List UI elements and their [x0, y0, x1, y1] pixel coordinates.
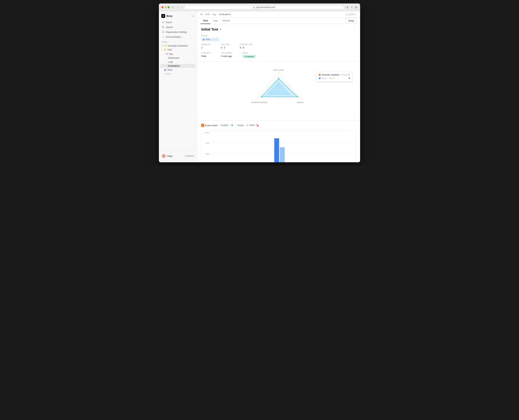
tooltip-row-semantic: Semantic similarity # VFo0D ● [319, 74, 350, 76]
tree-item-logs[interactable]: • Logs [160, 60, 195, 64]
eval-title-text: Initial Test [201, 27, 218, 31]
bookmark-icon[interactable]: 🔖 [256, 124, 259, 127]
sidebar-item-org-settings[interactable]: ⚙ Organization settings [160, 30, 195, 34]
sidebar-nav: ⊞ Home 🔍 Search ⚙ Organization settings … [159, 20, 197, 39]
sidebar-item-search[interactable]: 🔍 Search [160, 25, 195, 30]
close-button[interactable] [161, 6, 163, 8]
dataset-tag[interactable]: ▦ Tests # gsb10 [201, 38, 219, 41]
tabs-bar: Stats Logs Review Setup [197, 17, 360, 24]
breadcrumb-evaluations: Evaluations [219, 13, 231, 16]
feedback-button[interactable]: Feedback [185, 155, 194, 157]
files-section-label: FILES [159, 39, 197, 44]
folder-icon: 📁 [163, 48, 166, 51]
folder-icon: 📁 [164, 45, 167, 47]
lock-icon: 🔒 [253, 7, 255, 8]
tree-item-label: Evaluations [168, 65, 180, 67]
version-hash-tag: # 19ART [219, 124, 230, 127]
bar-chart-inner: 100% 75% 50% 25% 0% [201, 130, 356, 162]
breadcrumb: ⊞ › Scifi › App › Evaluations [200, 13, 231, 16]
sidebar: ⊙ Boxy ⊟ ⊞ Home 🔍 Search ⚙ Organization … [159, 11, 197, 162]
breadcrumb-sep-1: › [203, 13, 204, 16]
created-by-value: Peter [201, 55, 211, 57]
chart-section: Exact match Semantic similarity Latency [197, 61, 360, 120]
sidebar-item-home[interactable]: ⊞ Home [160, 20, 195, 25]
status-badge: Completed [242, 55, 256, 58]
sidebar-item-documentation[interactable]: ↗ Documentation [160, 35, 195, 39]
chevron-down-icon: ▾ [162, 49, 163, 51]
dataset-icon: ▦ [164, 68, 166, 71]
address-bar[interactable]: 🔒 app.humanloop.com [184, 5, 344, 9]
more-options-icon[interactable]: ··· [192, 52, 194, 55]
y-axis-labels: 100% 75% 50% 25% 0% [203, 132, 209, 162]
dataset-hash: # gsb10 [211, 38, 218, 40]
breadcrumb-sep-3: › [217, 13, 218, 16]
sidebar-item-label: Organization settings [166, 31, 187, 33]
bar-2 [280, 147, 285, 162]
evaluator-logs-value: 6 / 6 [240, 46, 252, 49]
active-status-dot [231, 125, 233, 126]
sidebar-toggle-button[interactable]: ⊏ [171, 6, 175, 9]
tooltip-dot-lixgx [319, 77, 320, 79]
tree-item-example-evaluators[interactable]: ▶ 📁 Example Evaluators [160, 44, 195, 48]
tooltip-row-lixgx: #LIxgx Oct 22 4 [319, 77, 350, 80]
new-tab-button[interactable]: + [350, 6, 353, 9]
tree-item-label: App [169, 52, 173, 55]
user-info: P Peter [162, 154, 173, 158]
tree-item-tests[interactable]: ▦ Tests [160, 68, 195, 72]
eval-bottom-header: ⚖ Exact match # 19ART #LIxgx ⎇ 4e96f 🔖 [201, 124, 356, 127]
tree-item-evaluations[interactable]: • Evaluations [160, 64, 195, 68]
app-layout: ⊙ Boxy ⊟ ⊞ Home 🔍 Search ⚙ Organization … [159, 11, 360, 162]
main-content: ⊞ › Scifi › App › Evaluations f1_ZdJKU..… [197, 11, 360, 162]
tab-logs[interactable]: Logs [211, 17, 220, 24]
setup-button[interactable]: Setup [346, 18, 357, 23]
username: Peter [167, 155, 173, 158]
dataset-section: Dataset ▦ Tests # gsb10 [201, 35, 223, 41]
chart-tooltip: Semantic similarity # VFo0D ● #LIxgx Oct… [316, 72, 352, 81]
back-button[interactable]: ‹ [177, 6, 179, 9]
tree-item-dashboard[interactable]: • Dashboard [160, 56, 195, 60]
breadcrumb-scifi[interactable]: Scifi [205, 13, 209, 16]
eval-header-section: Initial Test ✏ Dataset ▦ Tests # gsb10 [197, 24, 360, 61]
created-by-label: Created by [201, 52, 211, 54]
edit-icon[interactable]: ✏ [219, 28, 222, 31]
svg-point-14 [297, 96, 298, 97]
tab-stats[interactable]: Stats [200, 17, 211, 24]
share-button[interactable]: ⬆ [346, 6, 349, 9]
tabs-button[interactable]: ⧉ [355, 6, 358, 9]
version-lixgx-tag: #LIxgx [237, 124, 245, 127]
tooltip-dot-semantic [319, 74, 320, 76]
exact-match-icon: ⚖ [201, 124, 204, 127]
page-content: Initial Test ✏ Dataset ▦ Tests # gsb10 [197, 24, 360, 162]
bar-chart: 100% 75% 50% 25% 0% [201, 130, 356, 162]
tooltip-status-dot: ● [349, 74, 350, 76]
breadcrumb-app[interactable]: App [212, 13, 216, 16]
forward-button[interactable]: › [181, 6, 183, 9]
flow-logs-stat: Flow Logs 2 / 2 [221, 43, 230, 49]
commit-icon: ⎇ [246, 124, 248, 127]
sidebar-footer: P Peter Feedback [159, 152, 197, 160]
sidebar-collapse-icon[interactable]: ⊟ [192, 15, 194, 17]
tree-item-app[interactable]: ▾ M App ··· [160, 52, 195, 56]
maximize-button[interactable] [168, 6, 170, 8]
breadcrumb-home[interactable]: ⊞ [200, 13, 202, 16]
flow-logs-value: 2 / 2 [221, 46, 230, 49]
eval-type-badge: ⚖ Exact match [201, 124, 218, 127]
sidebar-header: ⊙ Boxy ⊟ [159, 13, 197, 20]
tree-item-scifi[interactable]: ▾ 📁 Scifi [160, 48, 195, 52]
tree-item-label: Example Evaluators [168, 45, 188, 47]
svg-point-12 [278, 78, 279, 79]
avatar: P [162, 154, 166, 158]
bullet-icon: • [167, 61, 167, 63]
sidebar-item-label: Documentation [166, 36, 181, 38]
datapoints-value: 2 [201, 46, 210, 49]
evaluator-logs-label: Evaluator Logs [240, 43, 252, 45]
minimize-button[interactable] [164, 6, 167, 8]
tree-item-label: Logs [168, 60, 173, 63]
tree-item-new[interactable]: + New [160, 72, 195, 76]
breadcrumb-sep-2: › [211, 13, 211, 16]
status-section: Status Completed [242, 52, 256, 58]
svg-text:Exact match: Exact match [273, 69, 284, 71]
evaluator-logs-stat: Evaluator Logs 6 / 6 [240, 43, 252, 49]
tabs: Stats Logs Review [200, 17, 232, 24]
tab-review[interactable]: Review [220, 17, 233, 24]
